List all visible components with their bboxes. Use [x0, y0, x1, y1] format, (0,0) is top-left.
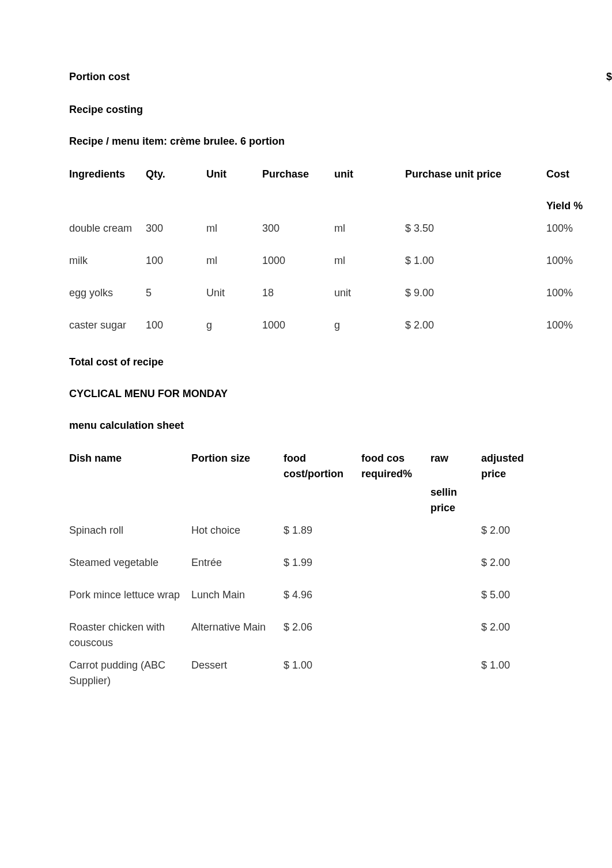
cell-unit: Unit	[206, 285, 262, 301]
col-unit2: unit	[334, 167, 405, 182]
cell-price: $ 2.00	[405, 318, 546, 333]
cell-qty: 300	[146, 221, 206, 236]
cell-unit: g	[206, 318, 262, 333]
portion-cost-label: Portion cost	[69, 69, 130, 85]
portion-cost-value: $	[606, 69, 612, 85]
cell-portion: Dessert	[191, 658, 284, 673]
cell-adj: $ 5.00	[481, 587, 539, 603]
cell-purchase: 1000	[262, 253, 334, 269]
cell-portion: Lunch Main	[191, 587, 284, 603]
cell-yield: 100%	[546, 285, 610, 301]
table-row: Roaster chicken with couscous Alternativ…	[69, 613, 612, 651]
col-raw: raw	[430, 451, 481, 466]
cell-ingredient: milk	[69, 253, 146, 269]
col-sellin: sellin price	[430, 485, 481, 516]
col-unit: Unit	[206, 167, 262, 182]
cell-qty: 100	[146, 318, 206, 333]
cell-unit: ml	[206, 253, 262, 269]
menu-table-header: Dish name Portion size food cost/portion…	[69, 444, 612, 516]
table-row: Pork mince lettuce wrap Lunch Main $ 4.9…	[69, 580, 612, 613]
table-row: egg yolks 5 Unit 18 unit $ 9.00 100%	[69, 278, 612, 311]
cell-qty: 5	[146, 285, 206, 301]
cell-qty: 100	[146, 253, 206, 269]
table-row: double cream 300 ml 300 ml $ 3.50 100%	[69, 214, 612, 246]
cell-yield: 100%	[546, 253, 610, 269]
cell-purchase: 300	[262, 221, 334, 236]
recipe-table: Ingredients Qty. Unit Purchase unit Purc…	[69, 160, 612, 343]
table-row: Steamed vegetable Entrée $ 1.99 $ 2.00	[69, 548, 612, 580]
portion-cost-row: Portion cost $	[69, 69, 612, 85]
cell-unit2: g	[334, 318, 405, 333]
cell-portion: Entrée	[191, 555, 284, 571]
cell-price: $ 1.00	[405, 253, 546, 269]
cell-dish: Carrot pudding (ABC Supplier)	[69, 658, 191, 689]
total-cost-label: Total cost of recipe	[69, 354, 612, 370]
cell-food: $ 1.00	[284, 658, 361, 673]
cell-unit: ml	[206, 221, 262, 236]
cell-dish: Pork mince lettuce wrap	[69, 587, 191, 603]
cell-adj: $ 2.00	[481, 555, 539, 571]
cell-price: $ 3.50	[405, 221, 546, 236]
menu-calc-subtitle: menu calculation sheet	[69, 418, 612, 433]
col-food-cos-req: food cos required%	[361, 451, 430, 482]
recipe-costing-heading: Recipe costing	[69, 102, 612, 118]
cell-portion: Alternative Main	[191, 620, 284, 635]
cell-food: $ 1.89	[284, 523, 361, 538]
cell-ingredient: caster sugar	[69, 318, 146, 333]
cell-ingredient: egg yolks	[69, 285, 146, 301]
cell-portion: Hot choice	[191, 523, 284, 538]
cell-unit2: ml	[334, 221, 405, 236]
table-row: Carrot pudding (ABC Supplier) Dessert $ …	[69, 651, 612, 689]
cell-purchase: 18	[262, 285, 334, 301]
col-adjusted: adjusted price	[481, 451, 539, 482]
cell-dish: Steamed vegetable	[69, 555, 191, 571]
cell-food: $ 1.99	[284, 555, 361, 571]
cell-unit2: ml	[334, 253, 405, 269]
cell-adj: $ 1.00	[481, 658, 539, 673]
table-row: milk 100 ml 1000 ml $ 1.00 100%	[69, 246, 612, 278]
cell-purchase: 1000	[262, 318, 334, 333]
cell-adj: $ 2.00	[481, 523, 539, 538]
cell-ingredient: double cream	[69, 221, 146, 236]
cell-dish: Roaster chicken with couscous	[69, 620, 191, 651]
col-yield: Yield %	[546, 198, 610, 214]
col-qty: Qty.	[146, 167, 206, 182]
col-cost: Cost	[546, 167, 610, 182]
col-cost-yield: Cost Yield %	[546, 167, 610, 214]
table-row: Spinach roll Hot choice $ 1.89 $ 2.00	[69, 516, 612, 548]
col-dish: Dish name	[69, 451, 191, 466]
cell-unit2: unit	[334, 285, 405, 301]
table-row: caster sugar 100 g 1000 g $ 2.00 100%	[69, 311, 612, 343]
recipe-table-header: Ingredients Qty. Unit Purchase unit Purc…	[69, 160, 612, 214]
cell-food: $ 2.06	[284, 620, 361, 635]
col-food-cost: food cost/portion	[284, 451, 361, 482]
col-raw-sellin: raw sellin price	[430, 451, 481, 516]
cell-price: $ 9.00	[405, 285, 546, 301]
cell-adj: $ 2.00	[481, 620, 539, 635]
col-portion-size: Portion size	[191, 451, 284, 466]
cyclical-menu-heading: CYCLICAL MENU FOR MONDAY	[69, 386, 612, 402]
cell-dish: Spinach roll	[69, 523, 191, 538]
cell-food: $ 4.96	[284, 587, 361, 603]
recipe-subtitle: Recipe / menu item: crème brulee. 6 port…	[69, 134, 612, 149]
cell-yield: 100%	[546, 221, 610, 236]
col-purchase: Purchase	[262, 167, 334, 182]
menu-table: Dish name Portion size food cost/portion…	[69, 444, 612, 689]
cell-yield: 100%	[546, 318, 610, 333]
col-ingredients: Ingredients	[69, 167, 146, 182]
col-purchase-unit-price: Purchase unit price	[405, 167, 546, 182]
